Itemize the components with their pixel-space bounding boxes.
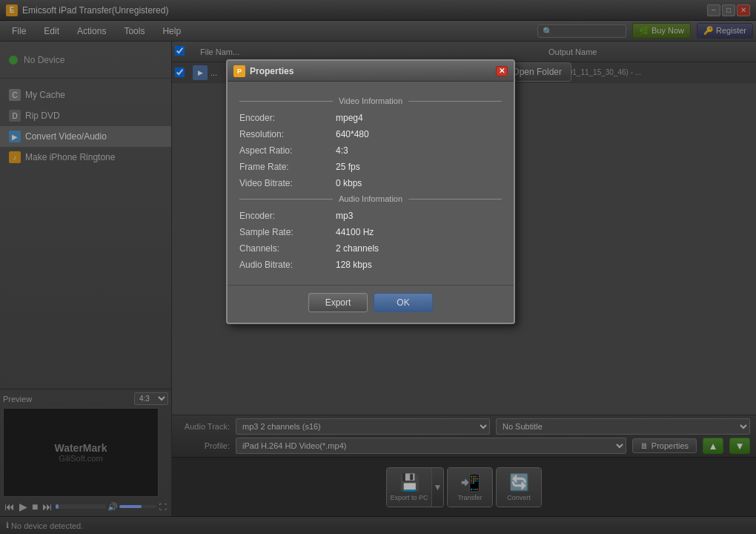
dialog-titlebar: P Properties ✕ xyxy=(228,61,514,82)
video-section-divider: Video Information xyxy=(239,96,502,105)
sample-rate-value: 44100 Hz xyxy=(336,227,374,237)
audio-encoder-key: Encoder: xyxy=(239,211,336,221)
aspect-ratio-value: 4:3 xyxy=(336,145,348,156)
dialog-content: Video Information Encoder: mpeg4 Resolut… xyxy=(228,82,514,285)
audio-section-divider: Audio Information xyxy=(239,194,502,203)
ok-button[interactable]: OK xyxy=(374,293,433,312)
audio-line-left xyxy=(239,199,333,200)
video-line-left xyxy=(239,101,333,102)
sample-rate-row: Sample Rate: 44100 Hz xyxy=(239,227,502,237)
audio-encoder-row: Encoder: mp3 xyxy=(239,211,502,221)
audio-line-right xyxy=(408,199,502,200)
channels-value: 2 channels xyxy=(336,243,379,254)
dialog-footer: Export OK xyxy=(228,285,514,323)
resolution-value: 640*480 xyxy=(336,129,369,139)
dialog-close-button[interactable]: ✕ xyxy=(496,66,508,76)
export-button[interactable]: Export xyxy=(308,293,368,312)
dialog-icon: P xyxy=(233,65,245,77)
encoder-value: mpeg4 xyxy=(336,113,363,123)
frame-rate-key: Frame Rate: xyxy=(239,162,336,172)
video-bitrate-key: Video Bitrate: xyxy=(239,178,336,188)
aspect-ratio-key: Aspect Ratio: xyxy=(239,145,336,156)
frame-rate-row: Frame Rate: 25 fps xyxy=(239,162,502,172)
audio-section-label: Audio Information xyxy=(333,194,408,203)
properties-dialog: P Properties ✕ Video Information Encoder… xyxy=(226,59,515,324)
encoder-key: Encoder: xyxy=(239,113,336,123)
audio-bitrate-row: Audio Bitrate: 128 kbps xyxy=(239,260,502,270)
video-bitrate-value: 0 kbps xyxy=(336,178,362,188)
video-section-label: Video Information xyxy=(333,96,408,105)
audio-bitrate-value: 128 kbps xyxy=(336,260,372,270)
audio-bitrate-key: Audio Bitrate: xyxy=(239,260,336,270)
resolution-row: Resolution: 640*480 xyxy=(239,129,502,139)
channels-row: Channels: 2 channels xyxy=(239,243,502,254)
audio-encoder-value: mp3 xyxy=(336,211,353,221)
frame-rate-value: 25 fps xyxy=(336,162,360,172)
dialog-title: Properties xyxy=(250,66,496,76)
encoder-row: Encoder: mpeg4 xyxy=(239,113,502,123)
aspect-ratio-row: Aspect Ratio: 4:3 xyxy=(239,145,502,156)
resolution-key: Resolution: xyxy=(239,129,336,139)
sample-rate-key: Sample Rate: xyxy=(239,227,336,237)
video-bitrate-row: Video Bitrate: 0 kbps xyxy=(239,178,502,188)
channels-key: Channels: xyxy=(239,243,336,254)
video-line-right xyxy=(408,101,502,102)
